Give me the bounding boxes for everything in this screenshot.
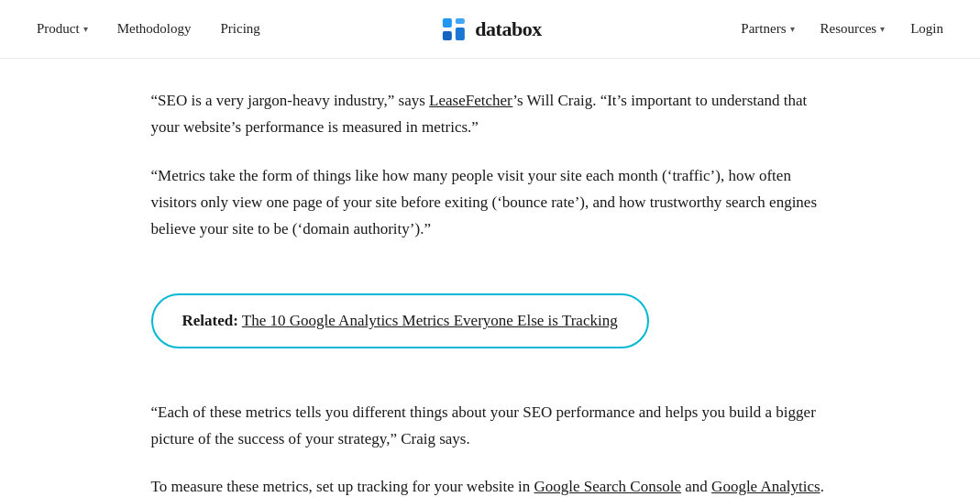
google-search-console-link[interactable]: Google Search Console: [534, 478, 682, 495]
paragraph-2: “Metrics take the form of things like ho…: [151, 163, 830, 243]
paragraph-3: “Each of these metrics tells you differe…: [151, 400, 830, 453]
paragraph-4: To measure these metrics, set up trackin…: [151, 474, 830, 497]
svg-rect-2: [442, 31, 451, 40]
svg-rect-3: [455, 28, 464, 40]
logo-text: databox: [475, 17, 541, 41]
google-analytics-link[interactable]: Google Analytics: [711, 478, 820, 495]
svg-rect-1: [455, 18, 464, 24]
nav-partners[interactable]: Partners ▾: [741, 21, 794, 37]
related-link[interactable]: The 10 Google Analytics Metrics Everyone…: [242, 312, 618, 329]
related-text: Related: The 10 Google Analytics Metrics…: [182, 312, 618, 329]
svg-rect-0: [442, 18, 451, 28]
related-box: Related: The 10 Google Analytics Metrics…: [151, 268, 830, 373]
nav-logo[interactable]: databox: [438, 15, 541, 44]
databox-logo-icon: [438, 15, 468, 44]
leasefetcher-link[interactable]: LeaseFetcher: [429, 92, 512, 109]
nav-pricing[interactable]: Pricing: [221, 21, 260, 37]
nav-methodology[interactable]: Methodology: [117, 21, 192, 37]
nav-product[interactable]: Product ▾: [37, 21, 88, 37]
nav-resources[interactable]: Resources ▾: [820, 21, 886, 37]
nav-right: Partners ▾ Resources ▾ Login: [741, 21, 943, 37]
product-chevron-icon: ▾: [83, 24, 88, 34]
nav-left: Product ▾ Methodology Pricing: [37, 21, 260, 37]
navbar: Product ▾ Methodology Pricing databox Pa…: [0, 0, 980, 59]
paragraph-1: “SEO is a very jargon-heavy industry,” s…: [151, 88, 830, 141]
main-content: “SEO is a very jargon-heavy industry,” s…: [115, 59, 866, 497]
resources-chevron-icon: ▾: [880, 24, 885, 34]
partners-chevron-icon: ▾: [790, 24, 795, 34]
nav-login[interactable]: Login: [910, 21, 943, 37]
